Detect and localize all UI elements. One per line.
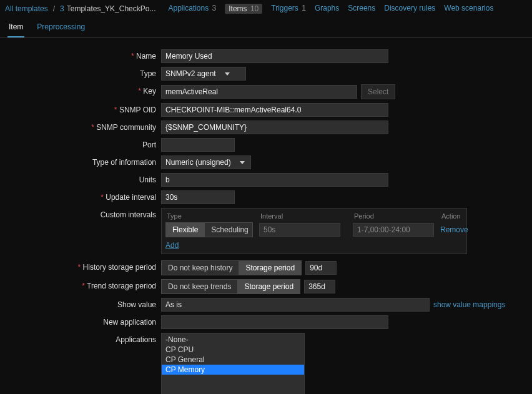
interval-type-seg: Flexible Scheduling <box>165 222 253 237</box>
history-storage[interactable]: Storage period <box>239 261 301 275</box>
interval-scheduling[interactable]: Scheduling <box>205 223 253 237</box>
label-update-interval: Update interval <box>6 190 161 202</box>
tab-web[interactable]: Web scenarios <box>444 4 493 14</box>
trend-no-keep[interactable]: Do not keep trends <box>162 280 238 293</box>
tab-triggers[interactable]: Triggers 1 <box>271 4 306 14</box>
subtab-preprocessing[interactable]: Preprocessing <box>36 20 86 37</box>
breadcrumb-current: Templates_YK_CheckPo... <box>67 4 156 13</box>
custom-head-action: Action <box>441 212 473 220</box>
label-name: Name <box>6 49 161 61</box>
select-button[interactable]: Select <box>361 84 395 99</box>
applications-list[interactable]: -None- CP CPU CP General CP Memory <box>161 333 305 394</box>
tab-discovery[interactable]: Discovery rules <box>384 4 435 14</box>
label-custom-intervals: Custom intervals <box>6 208 161 219</box>
breadcrumb-count[interactable]: 3 <box>60 4 64 13</box>
label-trend: Trend storage period <box>6 279 161 290</box>
app-option-memory[interactable]: CP Memory <box>162 365 304 375</box>
period-value-input[interactable] <box>353 223 434 237</box>
label-snmp-community: SNMP community <box>6 121 161 132</box>
tab-graphs[interactable]: Graphs <box>315 4 339 14</box>
app-option-none[interactable]: -None- <box>162 335 304 345</box>
chevron-down-icon <box>225 72 230 76</box>
breadcrumb-root[interactable]: All templates <box>5 4 48 13</box>
label-port: Port <box>6 138 161 149</box>
key-input[interactable] <box>161 85 357 99</box>
item-form: Name Type SNMPv2 agent Key Select SNMP O… <box>0 38 532 394</box>
custom-head-interval: Interval <box>260 212 354 220</box>
top-tabs: Applications 3 Items 10 Triggers 1 Graph… <box>168 4 493 14</box>
snmp-community-input[interactable] <box>161 121 388 134</box>
app-option-cpu[interactable]: CP CPU <box>162 345 304 355</box>
type-select[interactable]: SNMPv2 agent <box>161 67 246 81</box>
tab-screens[interactable]: Screens <box>348 4 375 14</box>
trend-storage[interactable]: Storage period <box>238 280 300 293</box>
label-show-value: Show value <box>6 298 161 309</box>
label-units: Units <box>6 173 161 184</box>
label-type: Type <box>6 67 161 78</box>
trend-seg: Do not keep trends Storage period <box>161 279 300 294</box>
custom-intervals-box: Type Interval Period Action Flexible Sch… <box>161 208 467 254</box>
custom-head-period: Period <box>354 212 441 220</box>
show-value-select[interactable]: As is <box>161 298 430 312</box>
port-input[interactable] <box>161 138 235 152</box>
interval-remove-link[interactable]: Remove <box>440 225 468 234</box>
label-new-app: New application <box>6 315 161 327</box>
history-value-input[interactable] <box>305 261 337 275</box>
tab-items[interactable]: Items 10 <box>225 4 262 14</box>
history-seg: Do not keep history Storage period <box>161 260 302 275</box>
label-key: Key <box>6 84 161 96</box>
subtabs: Item Preprocessing <box>0 16 532 38</box>
update-interval-input[interactable] <box>161 190 235 204</box>
new-application-input[interactable] <box>161 315 388 329</box>
name-input[interactable] <box>161 49 388 63</box>
breadcrumb-bar: All templates / 3 Templates_YK_CheckPo..… <box>0 0 532 16</box>
subtab-item[interactable]: Item <box>7 20 24 37</box>
label-applications: Applications <box>6 333 161 344</box>
label-type-info: Type of information <box>6 155 161 167</box>
label-snmp-oid: SNMP OID <box>6 103 161 114</box>
interval-add-link[interactable]: Add <box>165 241 179 250</box>
custom-head-type: Type <box>167 212 260 220</box>
tab-applications[interactable]: Applications 3 <box>168 4 216 14</box>
label-history: History storage period <box>6 260 161 272</box>
show-value-mappings-link[interactable]: show value mappings <box>433 300 505 309</box>
type-info-select[interactable]: Numeric (unsigned) <box>161 155 251 169</box>
interval-value-input[interactable] <box>259 223 340 237</box>
trend-value-input[interactable] <box>304 280 335 293</box>
interval-flexible[interactable]: Flexible <box>166 223 205 237</box>
units-input[interactable] <box>161 173 388 187</box>
snmp-oid-input[interactable] <box>161 103 388 117</box>
history-no-keep[interactable]: Do not keep history <box>162 261 239 275</box>
app-option-general[interactable]: CP General <box>162 355 304 365</box>
breadcrumb-sep: / <box>53 4 55 13</box>
chevron-down-icon <box>240 161 245 164</box>
